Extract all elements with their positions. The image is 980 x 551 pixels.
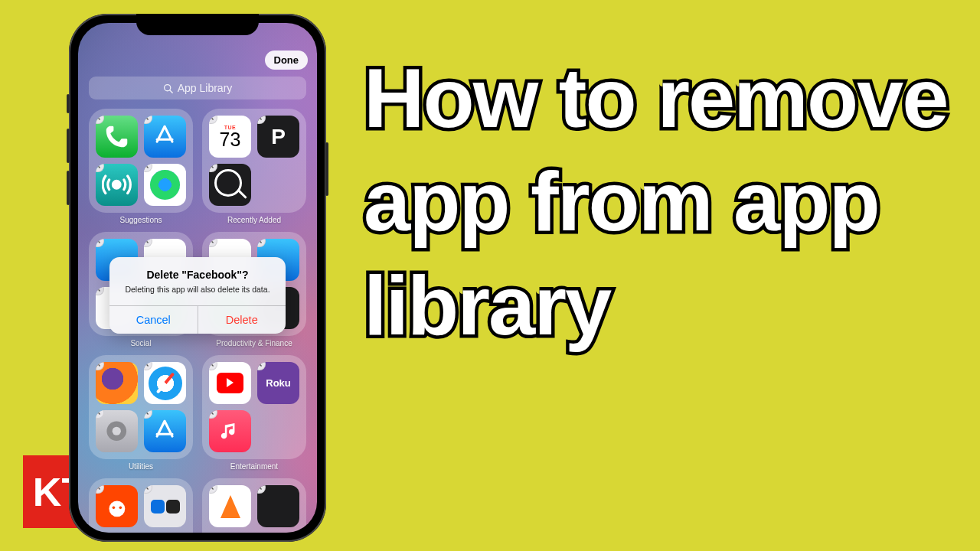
cancel-button[interactable]: Cancel xyxy=(109,306,198,334)
category-label: Social xyxy=(89,339,193,350)
delete-badge-icon[interactable]: × xyxy=(144,116,152,124)
vlc-app-icon[interactable]: × xyxy=(209,485,251,527)
find-my-icon[interactable]: × xyxy=(144,164,186,206)
delete-confirmation-dialog: Delete "Facebook"? Deleting this app wil… xyxy=(109,257,286,334)
parking-app-icon[interactable]: ×P xyxy=(257,116,299,158)
svg-point-6 xyxy=(112,506,115,509)
svg-point-2 xyxy=(113,181,121,189)
headline-span: How to remove app from app library xyxy=(364,46,969,357)
small-media-cluster[interactable] xyxy=(257,410,299,452)
category-label: Suggestions xyxy=(89,216,193,227)
svg-point-5 xyxy=(109,500,125,517)
delete-button[interactable]: Delete xyxy=(198,306,286,334)
app-store-icon[interactable]: × xyxy=(144,116,186,158)
delete-badge-icon[interactable]: × xyxy=(144,164,152,172)
app-icon[interactable]: × xyxy=(257,485,299,527)
dialog-title: Delete "Facebook"? xyxy=(123,269,272,281)
search-placeholder: App Library xyxy=(178,82,233,94)
roku-app-icon[interactable]: ×Roku xyxy=(257,362,299,404)
small-apps-cluster[interactable] xyxy=(257,164,299,206)
category-entertainment[interactable]: × ×Roku × Entertainment xyxy=(202,355,306,474)
category-label: Recently Added xyxy=(202,216,306,227)
notch xyxy=(136,14,259,35)
volume-up-button xyxy=(67,129,70,163)
safari-app-icon[interactable]: × xyxy=(144,362,186,404)
category-partial-right[interactable]: × × xyxy=(202,478,306,533)
app-library-search[interactable]: App Library xyxy=(89,77,306,99)
volume-down-button xyxy=(67,171,70,205)
category-recently-added[interactable]: × TUE 73 ×P × Recently Added xyxy=(202,109,306,227)
done-button[interactable]: Done xyxy=(265,51,309,70)
reddit-app-icon[interactable]: × xyxy=(96,485,138,527)
category-suggestions[interactable]: × × × × Suggestion xyxy=(89,109,193,227)
phone-screen: Done App Library × × × xyxy=(78,23,317,533)
category-label: Utilities xyxy=(89,462,193,474)
dialog-message: Deleting this app will also delete its d… xyxy=(123,284,272,295)
headline-text: How to remove app from app library xyxy=(364,46,969,357)
settings-app-icon[interactable]: × xyxy=(96,410,138,452)
mute-switch xyxy=(67,94,70,113)
category-partial-left[interactable]: × × xyxy=(89,478,193,533)
category-label: Entertainment xyxy=(202,462,306,474)
calendar-app-icon[interactable]: × TUE 73 xyxy=(209,116,251,158)
category-utilities[interactable]: × × × × Utilities xyxy=(89,355,193,474)
youtube-app-icon[interactable]: × xyxy=(209,362,251,404)
delete-badge-icon[interactable]: × xyxy=(257,116,266,124)
svg-point-4 xyxy=(113,427,121,435)
iphone-frame: Done App Library × × × xyxy=(69,14,326,542)
delete-badge-icon[interactable]: × xyxy=(209,164,217,172)
delete-badge-icon[interactable]: × xyxy=(209,116,217,124)
translate-app-icon[interactable]: × xyxy=(144,485,186,527)
firefox-app-icon[interactable]: × xyxy=(96,362,138,404)
magnifier-app-icon[interactable]: × xyxy=(209,164,251,206)
delete-badge-icon[interactable]: × xyxy=(96,116,104,124)
category-label: Productivity & Finance xyxy=(202,339,306,350)
power-button xyxy=(325,142,328,196)
svg-line-1 xyxy=(170,90,172,92)
music-app-icon[interactable]: × xyxy=(209,410,251,452)
phone-app-icon[interactable]: × xyxy=(96,116,138,158)
app-store-icon[interactable]: × xyxy=(144,410,186,452)
svg-point-7 xyxy=(119,506,122,509)
airport-utility-icon[interactable]: × xyxy=(96,164,138,206)
search-icon xyxy=(163,83,173,93)
